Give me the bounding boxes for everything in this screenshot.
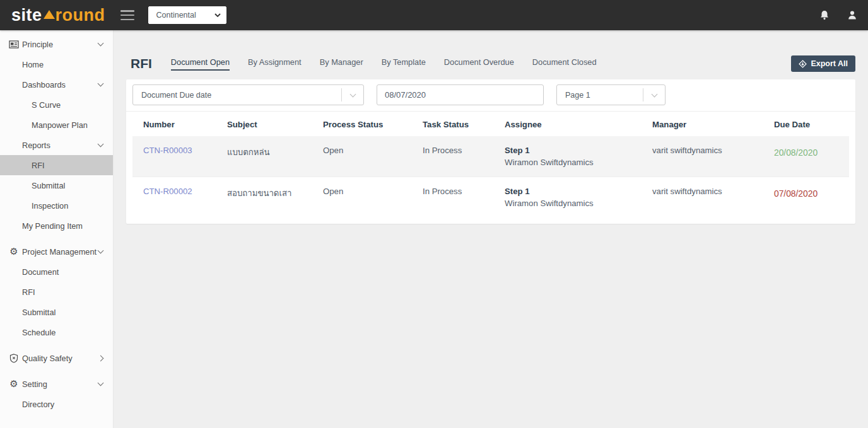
process-status-cell: Open [323, 146, 423, 155]
page-select-value: Page 1 [557, 91, 643, 100]
hamburger-menu-icon[interactable] [120, 10, 134, 20]
tab-bar: Document Open By Assignment By Manager B… [171, 57, 597, 71]
sidebar-item-reports-rfi[interactable]: RFI [0, 155, 113, 175]
column-header-due-date: Due Date [774, 120, 855, 129]
tab-by-template[interactable]: By Template [382, 57, 426, 71]
chevron-down-icon [98, 40, 104, 47]
table-header-row: Number Subject Process Status Task Statu… [126, 112, 855, 136]
project-select-value: Continental [156, 11, 196, 20]
subject-cell: แบบตกหล่น [227, 146, 323, 159]
chevron-down-icon [98, 248, 104, 254]
chevron-down-icon [342, 94, 363, 96]
sidebar-item-directory[interactable]: Directory [0, 394, 113, 414]
top-navbar: site round Continental [0, 0, 868, 30]
gear-icon: ⚙ [8, 379, 20, 389]
user-account-icon[interactable] [847, 9, 858, 21]
column-header-number: Number [143, 120, 227, 129]
project-select[interactable]: Continental [148, 6, 226, 24]
sidebar-item-quality-safety[interactable]: Quality Safety [0, 348, 113, 368]
due-date-cell: 07/08/2020 [774, 187, 849, 199]
chevron-down-icon [98, 81, 104, 87]
export-download-icon [799, 60, 807, 68]
sidebar-item-home[interactable]: Home [0, 54, 113, 74]
logo-text-round: round [56, 7, 105, 24]
subject-cell: สอบถามขนาดเสา [227, 187, 323, 200]
sidebar-item-my-pending-item[interactable]: My Pending Item [0, 216, 113, 236]
chevron-right-icon [98, 356, 104, 362]
tab-document-overdue[interactable]: Document Overdue [444, 57, 514, 71]
sidebar-nav: Principle Home Dashboards S Curve Manpow… [0, 30, 114, 428]
sidebar-item-manpower-plan[interactable]: Manpower Plan [0, 115, 113, 135]
task-status-cell: In Process [423, 187, 505, 196]
process-status-cell: Open [323, 187, 423, 196]
page-header: RFI Document Open By Assignment By Manag… [114, 30, 868, 74]
chevron-down-icon [98, 380, 104, 386]
tab-document-closed[interactable]: Document Closed [532, 57, 597, 71]
logo-text-site: site [11, 7, 42, 24]
app-logo: site round [11, 7, 105, 24]
rfi-table-card: Document Due date Page 1 Number Subject … [126, 79, 855, 224]
manager-cell: varit swiftdynamics [652, 146, 774, 155]
sidebar-item-pm-document[interactable]: Document [0, 262, 113, 282]
sidebar-item-reports[interactable]: Reports [0, 135, 113, 155]
due-date-input[interactable] [377, 84, 544, 105]
shield-icon [8, 353, 20, 363]
assignee-step: Step 1 [505, 187, 652, 196]
tab-document-open[interactable]: Document Open [171, 57, 230, 71]
filter-bar: Document Due date Page 1 [126, 79, 855, 112]
filter-type-select[interactable]: Document Due date [132, 84, 364, 105]
gears-icon: ⚙ [8, 246, 20, 257]
due-date-cell: 20/08/2020 [774, 146, 849, 158]
rfi-number-link[interactable]: CTN-R00003 [143, 146, 227, 155]
sidebar-item-pm-rfi[interactable]: RFI [0, 282, 113, 302]
sidebar-item-reports-submittal[interactable]: Submittal [0, 175, 113, 195]
assignee-name: Wiramon Swiftdynamics [505, 158, 652, 167]
chevron-down-icon [98, 141, 104, 147]
page-select[interactable]: Page 1 [556, 84, 666, 105]
assignee-cell: Step 1 Wiramon Swiftdynamics [505, 146, 652, 167]
chevron-down-icon [643, 94, 665, 96]
sidebar-item-setting[interactable]: ⚙ Setting [0, 374, 113, 394]
assignee-name: Wiramon Swiftdynamics [505, 199, 652, 208]
column-header-manager: Manager [652, 120, 774, 129]
assignee-cell: Step 1 Wiramon Swiftdynamics [505, 187, 652, 208]
table-row: CTN-R00002 สอบถามขนาดเสา Open In Process… [132, 176, 849, 217]
table-row: CTN-R00003 แบบตกหล่น Open In Process Ste… [132, 136, 849, 176]
tab-by-assignment[interactable]: By Assignment [248, 57, 302, 71]
export-all-button[interactable]: Export All [791, 55, 855, 72]
export-all-label: Export All [811, 59, 848, 68]
rfi-number-link[interactable]: CTN-R00002 [143, 187, 227, 196]
newspaper-icon [8, 39, 20, 49]
assignee-step: Step 1 [505, 146, 652, 155]
sidebar-item-pm-submittal[interactable]: Submittal [0, 302, 113, 322]
task-status-cell: In Process [423, 146, 505, 155]
manager-cell: varit swiftdynamics [652, 187, 774, 196]
sidebar-item-project-management[interactable]: ⚙ Project Management [0, 241, 113, 262]
sidebar-item-principle[interactable]: Principle [0, 34, 113, 54]
sidebar-item-reports-inspection[interactable]: Inspection [0, 195, 113, 216]
column-header-subject: Subject [227, 120, 323, 129]
sidebar-item-dashboards[interactable]: Dashboards [0, 74, 113, 95]
sidebar-item-s-curve[interactable]: S Curve [0, 95, 113, 115]
filter-type-value: Document Due date [133, 91, 341, 100]
logo-triangle-icon [44, 10, 55, 19]
tab-by-manager[interactable]: By Manager [320, 57, 363, 71]
column-header-assignee: Assignee [505, 120, 652, 129]
notifications-bell-icon[interactable] [819, 9, 830, 21]
page-title: RFI [131, 56, 152, 71]
column-header-task-status: Task Status [423, 120, 505, 129]
chevron-down-icon [214, 13, 221, 17]
column-header-process-status: Process Status [323, 120, 423, 129]
main-content: RFI Document Open By Assignment By Manag… [114, 30, 868, 428]
sidebar-item-pm-schedule[interactable]: Schedule [0, 322, 113, 342]
